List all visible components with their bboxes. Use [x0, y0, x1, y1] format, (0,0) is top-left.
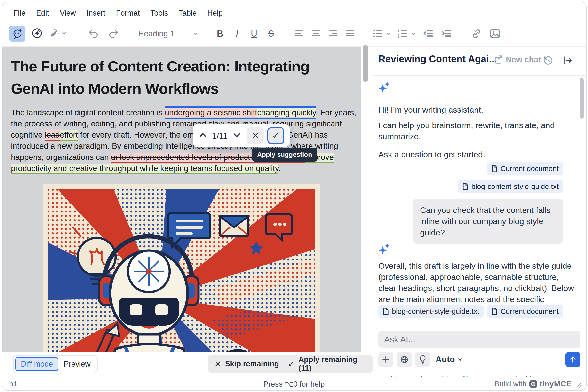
ideas-button[interactable] — [415, 352, 430, 367]
paragraph-text: cognitive — [11, 130, 45, 139]
bold-label: B — [215, 28, 225, 39]
view-mode-toggle: Diff mode Preview — [13, 355, 98, 373]
chevron-down-icon — [385, 30, 392, 37]
menu-table[interactable]: Table — [179, 9, 197, 18]
ask-ai-input[interactable] — [378, 331, 580, 348]
block-format-select[interactable]: Heading 1 — [138, 29, 199, 38]
undo-button[interactable] — [88, 28, 99, 40]
menu-help[interactable]: Help — [207, 9, 223, 18]
branding[interactable]: Build with tinyMCE — [494, 380, 571, 388]
resize-handle-icon[interactable] — [575, 382, 582, 388]
diff-deletion[interactable]: undergoing a seismic shift — [165, 108, 257, 117]
chat-scroll-area[interactable]: Hi! I’m your writing assistant. I can he… — [373, 76, 585, 302]
paragraph-text: the process of writing, editing, and pub… — [11, 119, 342, 128]
chat-history-button[interactable] — [543, 54, 553, 66]
editor-scrollbar-thumb[interactable] — [363, 45, 368, 82]
link-button[interactable] — [471, 28, 482, 40]
document-icon — [491, 165, 498, 172]
check-icon: ✓ — [288, 359, 295, 369]
paragraph-text: The landscape of digital content creatio… — [11, 108, 165, 117]
chip-label: blog-content-style-guide.txt — [471, 182, 559, 191]
current-document-chip[interactable]: Current document — [487, 305, 563, 318]
underline-button[interactable]: U — [249, 28, 259, 39]
toolbar: Heading 1 B I U S — [3, 24, 501, 44]
editor-canvas[interactable]: The Future of Content Creation: Integrat… — [3, 46, 361, 352]
model-label: Auto — [435, 354, 455, 364]
diff-insertion[interactable]: effort — [60, 130, 78, 141]
skip-remaining-button[interactable]: ✕ Skip remaining — [208, 355, 286, 372]
selected-suggestion[interactable]: undergoing a seismic shiftchanging quick… — [165, 106, 316, 119]
ai-improve-button[interactable] — [49, 28, 67, 40]
chevron-down-icon — [192, 30, 199, 37]
menu-format[interactable]: Format — [116, 9, 140, 18]
paragraph-line: the process of writing, editing, and pub… — [11, 118, 342, 129]
ai-sparkles-icon — [378, 243, 390, 255]
apply-remaining-button[interactable]: ✓ Apply remaining (11) — [281, 355, 373, 372]
previous-suggestion-button[interactable] — [198, 130, 208, 141]
style-guide-chip[interactable]: blog-content-style-guide.txt — [458, 180, 563, 193]
outdent-button[interactable] — [423, 28, 434, 39]
paragraph-text: . — [278, 164, 281, 173]
redo-icon — [108, 28, 119, 40]
add-attachment-button[interactable] — [378, 352, 393, 367]
menu-tools[interactable]: Tools — [151, 9, 168, 18]
numbered-list-icon — [397, 28, 408, 39]
italic-label: I — [232, 28, 242, 39]
chevron-down-icon — [457, 356, 463, 362]
chat-input-section: blog-content-style-guide.txt Current doc… — [373, 302, 585, 377]
skip-remaining-label: Skip remaining — [225, 360, 279, 368]
align-center-icon — [311, 28, 321, 39]
current-document-chip[interactable]: Current document — [487, 162, 563, 175]
web-search-button[interactable] — [397, 352, 412, 367]
close-icon: ✕ — [215, 359, 221, 369]
brand-name: tinyMCE — [540, 380, 572, 388]
model-selector[interactable]: Auto — [435, 354, 463, 364]
ai-assistant-button[interactable] — [9, 26, 25, 42]
indent-button[interactable] — [442, 28, 453, 39]
panel-scrollbar-thumb[interactable] — [580, 78, 584, 119]
menu-insert[interactable]: Insert — [87, 9, 106, 18]
numbered-list-menu-button[interactable] — [410, 30, 416, 37]
new-chat-button[interactable]: New chat — [494, 55, 541, 64]
align-left-button[interactable] — [294, 28, 304, 39]
insert-image-button[interactable] — [489, 28, 501, 40]
attachment-row: blog-content-style-guide.txt — [458, 180, 563, 193]
numbered-list-button[interactable] — [397, 28, 408, 39]
lightbulb-icon — [418, 355, 427, 364]
apply-suggestion-button[interactable]: ✓ — [267, 127, 284, 144]
bullet-list-button[interactable] — [372, 28, 383, 39]
menu-edit[interactable]: Edit — [36, 9, 49, 18]
align-right-button[interactable] — [328, 28, 338, 39]
menu-view[interactable]: View — [60, 9, 76, 18]
plus-icon — [381, 355, 390, 364]
diff-insertion[interactable]: productivity and creative throughput whi… — [11, 164, 278, 174]
chevron-down-icon — [232, 130, 242, 140]
reject-suggestion-button[interactable]: ✕ — [247, 127, 264, 144]
diff-mode-toggle[interactable]: Diff mode — [15, 357, 59, 371]
strikethrough-button[interactable]: S — [266, 28, 276, 39]
toolbar-divider — [3, 46, 585, 46]
ai-shortcuts-button[interactable] — [32, 28, 43, 40]
next-suggestion-button[interactable] — [232, 130, 242, 141]
arrow-up-icon — [569, 356, 577, 364]
magic-wand-icon — [49, 28, 60, 40]
bullet-list-menu-button[interactable] — [385, 30, 392, 37]
paragraph-line: The landscape of digital content creatio… — [11, 107, 356, 118]
diff-insertion[interactable]: changing quickly — [257, 108, 316, 117]
menu-file[interactable]: File — [13, 9, 26, 18]
diff-footer-bar: Diff mode Preview ✕ Skip remaining ✓ App… — [3, 352, 373, 377]
italic-button[interactable]: I — [232, 28, 242, 39]
send-button[interactable] — [565, 352, 580, 367]
underline-label: U — [249, 28, 259, 39]
align-center-button[interactable] — [311, 28, 321, 39]
diff-deletion[interactable]: load — [45, 130, 60, 141]
align-justify-button[interactable] — [345, 28, 355, 39]
new-chat-label: New chat — [506, 55, 541, 64]
document-icon — [462, 183, 468, 190]
style-guide-chip[interactable]: blog-content-style-guide.txt — [378, 305, 483, 318]
indent-icon — [442, 28, 453, 39]
preview-toggle[interactable]: Preview — [59, 358, 96, 370]
bold-button[interactable]: B — [215, 28, 225, 39]
redo-button[interactable] — [108, 28, 119, 40]
close-panel-button[interactable] — [562, 55, 573, 67]
